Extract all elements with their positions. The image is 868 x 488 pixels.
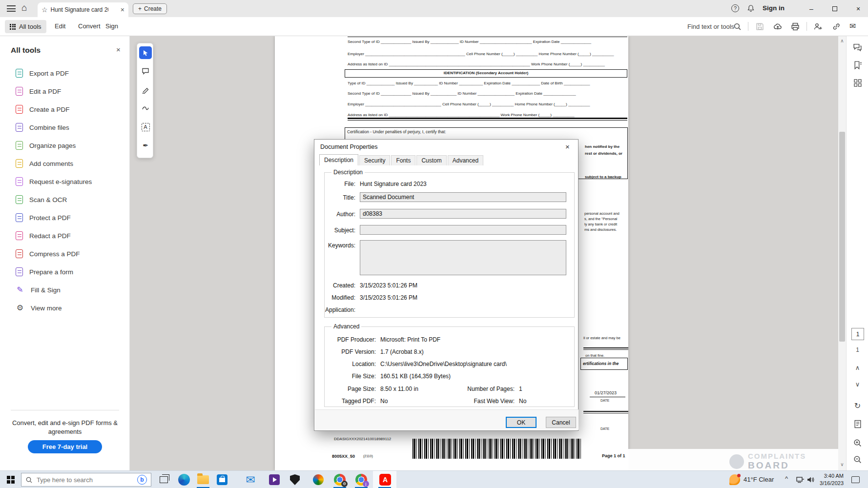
tool-export-pdf[interactable]: Export a PDF: [0, 65, 130, 81]
tool-combine-files[interactable]: Combine files: [0, 120, 130, 135]
subject-input[interactable]: [360, 225, 566, 235]
volume-icon[interactable]: [805, 473, 817, 486]
request-signature-icon[interactable]: [813, 22, 823, 33]
ok-button[interactable]: OK: [506, 417, 537, 428]
window-minimize-button[interactable]: –: [802, 0, 821, 17]
free-trial-button[interactable]: Free 7-day trial: [28, 440, 102, 453]
zoom-out-icon[interactable]: [847, 455, 868, 466]
scroll-down-icon[interactable]: ∨: [838, 462, 846, 467]
tool-redact-pdf[interactable]: Redact a PDF: [0, 228, 130, 244]
file-explorer-icon[interactable]: [197, 473, 209, 486]
weather-label[interactable]: 41°F Clear: [744, 476, 774, 483]
cancel-button[interactable]: Cancel: [546, 417, 576, 428]
current-page-input[interactable]: 1: [851, 328, 864, 340]
comment-tool-button[interactable]: [139, 65, 152, 78]
tab-close-icon[interactable]: ×: [121, 6, 124, 14]
previous-page-icon[interactable]: ∧: [847, 364, 868, 371]
taskbar-clock[interactable]: 3:40 AM 3/16/2023: [816, 472, 844, 487]
vertical-scrollbar[interactable]: ∧ ∨: [838, 36, 846, 470]
notifications-bell-icon[interactable]: [747, 4, 755, 15]
microsoft-store-icon[interactable]: [216, 473, 228, 486]
page-text: Address as listed on ID ________________…: [348, 62, 605, 66]
upload-cloud-icon[interactable]: [773, 22, 782, 33]
watermark-globe-icon: [729, 454, 744, 469]
rotate-page-icon[interactable]: ↻: [847, 401, 868, 410]
tool-protect-pdf[interactable]: Protect a PDF: [0, 210, 130, 225]
document-tab[interactable]: ☆ Hunt Signature card 202... ×: [38, 2, 128, 17]
sign-in-button[interactable]: Sign in: [763, 4, 785, 12]
weather-icon[interactable]: [729, 474, 740, 485]
tool-create-pdf[interactable]: Create a PDF: [0, 102, 130, 117]
create-button[interactable]: + Create: [133, 3, 167, 14]
scrollbar-thumb[interactable]: [839, 132, 845, 342]
action-center-icon[interactable]: [851, 476, 860, 483]
tab-description[interactable]: Description: [319, 154, 358, 165]
link-icon[interactable]: [832, 22, 841, 33]
page-text: ll or estate and may be: [583, 336, 620, 340]
panel-close-icon[interactable]: ×: [116, 45, 121, 54]
sign-tool-button[interactable]: ✒: [139, 139, 152, 152]
tool-compress-pdf[interactable]: Compress a PDF: [0, 246, 130, 262]
acrobat-taskbar-cell[interactable]: A: [373, 471, 396, 488]
edge-icon[interactable]: [178, 473, 190, 486]
page-text: Type of ID _____________ Issued By _____…: [348, 81, 590, 85]
taskbar-search-box[interactable]: b: [21, 473, 151, 487]
tool-view-more[interactable]: ⚙View more: [0, 300, 130, 316]
zoom-in-icon[interactable]: [847, 438, 868, 449]
select-tool-button[interactable]: [139, 46, 152, 59]
menu-all-tools[interactable]: All tools: [5, 20, 46, 33]
print-icon[interactable]: [791, 22, 800, 33]
scroll-up-icon[interactable]: ∧: [838, 38, 846, 43]
find-text-label[interactable]: Find text or tools: [687, 23, 734, 30]
draw-tool-button[interactable]: [139, 102, 152, 115]
tray-expand-icon[interactable]: ^: [785, 475, 788, 482]
bookmarks-panel-icon[interactable]: [847, 61, 868, 72]
chrome-profile2-icon[interactable]: j: [355, 473, 368, 486]
tab-custom[interactable]: Custom: [416, 155, 446, 165]
email-icon[interactable]: ✉: [849, 21, 856, 31]
tool-add-comments[interactable]: Add comments: [0, 156, 130, 171]
home-icon[interactable]: ⌂: [21, 2, 27, 13]
tool-fill-sign[interactable]: ✎Fill & Sign: [0, 282, 130, 298]
tab-security[interactable]: Security: [359, 155, 390, 165]
search-icon[interactable]: [733, 22, 742, 33]
movies-tv-icon[interactable]: [268, 473, 281, 486]
keywords-input[interactable]: [360, 240, 566, 275]
office-icon[interactable]: [312, 473, 325, 486]
title-input[interactable]: [360, 192, 566, 202]
menu-convert[interactable]: Convert: [78, 22, 101, 30]
bing-icon[interactable]: b: [137, 475, 147, 485]
defender-shield-icon[interactable]: [289, 473, 301, 486]
tool-prepare-form[interactable]: Prepare a form: [0, 264, 130, 280]
tab-advanced[interactable]: Advanced: [448, 155, 483, 165]
task-view-button[interactable]: [157, 473, 170, 486]
help-icon[interactable]: ?: [731, 4, 739, 12]
highlighter-tool-button[interactable]: [139, 83, 152, 96]
tool-label: Add comments: [29, 160, 73, 167]
tool-edit-pdf[interactable]: Edit a PDF: [0, 83, 130, 99]
acrobat-icon[interactable]: A: [379, 473, 392, 486]
star-icon[interactable]: ☆: [41, 6, 48, 14]
page-thumbnails-icon[interactable]: [847, 79, 868, 89]
start-button[interactable]: [7, 476, 15, 484]
window-maximize-button[interactable]: [825, 0, 845, 17]
menu-hamburger-icon[interactable]: [7, 5, 16, 12]
tab-fonts[interactable]: Fonts: [391, 155, 415, 165]
tool-request-esignatures[interactable]: Request e-signatures: [0, 174, 130, 189]
chrome-profile1-icon[interactable]: ⚙: [333, 473, 346, 486]
dialog-close-icon[interactable]: ×: [565, 142, 570, 151]
next-page-icon[interactable]: ∨: [847, 381, 868, 388]
mail-icon[interactable]: ✉: [244, 473, 257, 486]
taskbar-search-input[interactable]: [37, 476, 120, 484]
created-label: Created:: [314, 282, 355, 290]
menu-sign[interactable]: Sign: [105, 22, 118, 30]
tool-scan-ocr[interactable]: Scan & OCR: [0, 192, 130, 207]
add-text-tool-button[interactable]: A: [139, 121, 152, 133]
tool-organize-pages[interactable]: Organize pages: [0, 138, 130, 153]
author-input[interactable]: [360, 209, 566, 219]
tab-title: Hunt Signature card 202...: [51, 6, 108, 13]
comments-panel-icon[interactable]: [847, 43, 868, 54]
page-view-icon[interactable]: [847, 420, 868, 430]
menu-edit[interactable]: Edit: [55, 22, 65, 30]
window-close-button[interactable]: ×: [848, 0, 868, 17]
